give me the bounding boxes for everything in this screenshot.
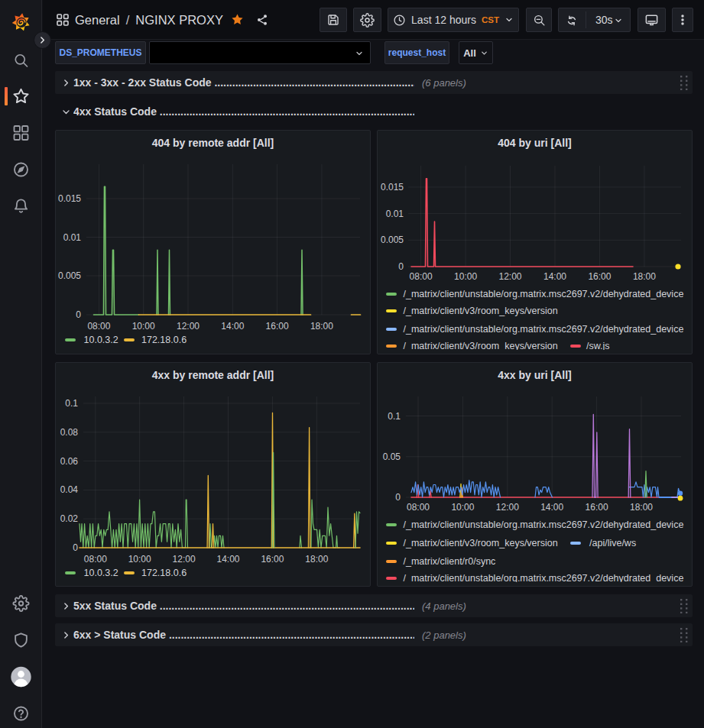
svg-text:16:00: 16:00: [586, 502, 608, 513]
svg-text:0.1: 0.1: [65, 398, 78, 409]
svg-text:08:00: 08:00: [87, 321, 110, 332]
svg-text:0: 0: [76, 309, 81, 320]
svg-text:10.0.3.2: 10.0.3.2: [84, 335, 118, 345]
svg-text:/_matrix/client/r0/sync: /_matrix/client/r0/sync: [404, 556, 496, 567]
svg-text:08:00: 08:00: [410, 271, 433, 282]
svg-text:08:00: 08:00: [84, 554, 107, 565]
svg-text:0.005: 0.005: [381, 235, 404, 245]
svg-text:/_matrix/client/unstable/org.m: /_matrix/client/unstable/org.matrix.msc2…: [404, 289, 684, 299]
svg-text:0.01: 0.01: [386, 209, 404, 219]
svg-text:0.05: 0.05: [383, 451, 401, 462]
svg-text:0.015: 0.015: [58, 193, 81, 204]
svg-text:0.06: 0.06: [60, 456, 79, 467]
svg-text:0.04: 0.04: [60, 484, 79, 495]
svg-text:/_matrix/client/v3/room_keys/v: /_matrix/client/v3/room_keys/version: [404, 538, 558, 548]
svg-text:10:00: 10:00: [451, 502, 474, 513]
svg-text:14:00: 14:00: [216, 554, 239, 565]
svg-text:172.18.0.6: 172.18.0.6: [141, 335, 187, 345]
svg-text:16:00: 16:00: [261, 554, 284, 565]
svg-text:12:00: 12:00: [177, 321, 200, 332]
svg-text:/api/live/ws: /api/live/ws: [589, 538, 636, 548]
svg-text:0.02: 0.02: [60, 513, 79, 524]
svg-text:/sw.js: /sw.js: [586, 341, 610, 350]
svg-text:12:00: 12:00: [496, 502, 519, 513]
svg-text:14:00: 14:00: [543, 271, 566, 282]
svg-text:10:00: 10:00: [454, 271, 477, 282]
svg-text:16:00: 16:00: [266, 321, 289, 332]
svg-text:/_matrix/client/unstable/org.m: /_matrix/client/unstable/org.matrix.msc2…: [404, 324, 684, 335]
svg-text:0.1: 0.1: [388, 411, 401, 422]
svg-text:/_matrix/client/v3/room_keys/v: /_matrix/client/v3/room_keys/version: [404, 341, 558, 350]
svg-text:0.015: 0.015: [381, 182, 404, 193]
svg-text:18:00: 18:00: [305, 554, 328, 565]
svg-text:/_matrix/client/v3/room_keys/v: /_matrix/client/v3/room_keys/version: [404, 306, 558, 316]
svg-text:/_matrix/client/unstable/org.m: /_matrix/client/unstable/org.matrix.msc2…: [404, 573, 684, 582]
svg-text:18:00: 18:00: [633, 271, 656, 282]
svg-text:12:00: 12:00: [173, 554, 196, 565]
svg-text:16:00: 16:00: [588, 271, 611, 282]
svg-text:18:00: 18:00: [310, 321, 333, 332]
svg-text:0: 0: [398, 261, 404, 272]
svg-text:0.08: 0.08: [60, 427, 79, 438]
svg-text:18:00: 18:00: [630, 502, 653, 513]
svg-text:08:00: 08:00: [407, 502, 430, 513]
svg-text:14:00: 14:00: [540, 502, 563, 513]
svg-text:0.01: 0.01: [63, 232, 82, 243]
svg-text:10:00: 10:00: [128, 554, 151, 565]
svg-text:14:00: 14:00: [221, 321, 244, 332]
svg-text:172.18.0.6: 172.18.0.6: [141, 568, 187, 578]
svg-text:10:00: 10:00: [132, 321, 155, 332]
svg-text:0.005: 0.005: [58, 270, 81, 281]
svg-text:12:00: 12:00: [498, 271, 521, 282]
svg-text:/_matrix/client/unstable/org.m: /_matrix/client/unstable/org.matrix.msc2…: [404, 519, 684, 530]
svg-text:0: 0: [73, 542, 78, 553]
svg-text:0: 0: [395, 492, 401, 503]
svg-text:10.0.3.2: 10.0.3.2: [84, 568, 118, 578]
